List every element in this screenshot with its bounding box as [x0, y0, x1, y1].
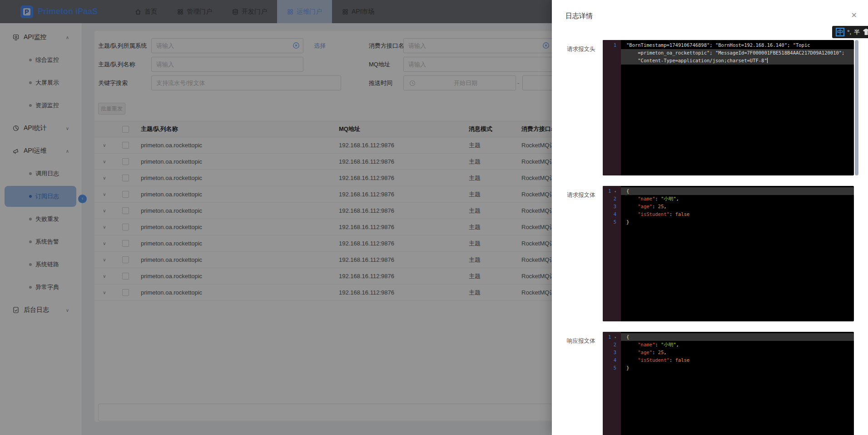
code-line: =primeton_oa_rockettopic"; "MessageId=7F… — [603, 49, 854, 57]
code-line: 4 "isStudent": false — [603, 356, 854, 364]
code-line: 1 ▾{ — [603, 187, 854, 195]
code-token: "age" — [638, 350, 652, 355]
code-token: , — [676, 342, 679, 347]
code-token: false — [675, 357, 690, 363]
line-number: 5 — [603, 218, 616, 226]
code-line: 5} — [603, 364, 854, 372]
app-root: Primeton iPaaS 首页 管理门户 开发门户 运维门户 API市场 — [0, 0, 868, 435]
code-token — [626, 211, 638, 217]
code-token: , — [676, 196, 679, 201]
code-line: 4 "isStudent": false — [603, 210, 854, 218]
ime-status-bar[interactable]: 中 °, 半 — [832, 26, 868, 38]
line-number: 4 — [603, 210, 616, 218]
code-token: : — [652, 204, 658, 209]
line-number: 3 — [603, 203, 616, 210]
section-label: 响应报文体 — [552, 332, 603, 435]
line-number: 1 — [603, 41, 616, 49]
code-token: { — [626, 188, 629, 194]
ime-skin-shirt-icon[interactable] — [863, 29, 868, 35]
code-token: false — [675, 211, 690, 217]
section-request-body: 请求报文体 1 ▾{2 "name": "小明",3 "age": 25,4 "… — [552, 186, 868, 321]
code-token — [626, 342, 638, 347]
ime-chinese-mode-icon[interactable]: 中 — [836, 28, 844, 36]
code-token: } — [626, 219, 629, 225]
fold-caret-icon[interactable]: ▾ — [612, 335, 616, 340]
section-label: 请求报文头 — [552, 40, 603, 175]
code-line: 3 "age": 25, — [603, 349, 854, 356]
line-number: 3 — [603, 349, 616, 356]
section-response-body: 响应报文体 1 ▾{2 "name": "小明",3 "age": 25,4 "… — [552, 332, 868, 435]
code-line: 1"BornTimestamp=1749106746898"; "BornHos… — [603, 41, 854, 49]
line-number: 4 — [603, 356, 616, 364]
section-label: 请求报文体 — [552, 186, 603, 321]
code-token — [626, 357, 638, 363]
line-number: 2 — [603, 195, 616, 203]
code-token: } — [626, 365, 629, 370]
code-token: : — [655, 196, 661, 201]
code-token: "小明" — [661, 342, 676, 347]
ime-halfwidth-icon[interactable]: 半 — [854, 28, 860, 36]
drawer-scrollbar-thumb[interactable] — [855, 40, 858, 175]
code-token: 25 — [658, 350, 664, 355]
code-line: 3 "age": 25, — [603, 203, 854, 210]
ime-punctuation-icon[interactable]: °, — [847, 29, 851, 35]
section-request-header: 请求报文头 1"BornTimestamp=1749106746898"; "B… — [552, 40, 868, 175]
code-token: { — [626, 334, 629, 340]
code-line: 1 ▾{ — [603, 333, 854, 341]
line-number: 2 — [603, 341, 616, 349]
drawer-title: 日志详情 — [565, 12, 593, 20]
code-lines: 1"BornTimestamp=1749106746898"; "BornHos… — [603, 40, 854, 65]
code-line: 2 "name": "小明", — [603, 195, 854, 203]
code-token: =primeton_oa_rockettopic"; "MessageId=7F… — [626, 50, 844, 55]
code-token — [626, 204, 638, 209]
line-number: 1 ▾ — [603, 187, 616, 195]
code-token — [626, 196, 638, 201]
code-editor-response-body[interactable]: 1 ▾{2 "name": "小明",3 "age": 25,4 "isStud… — [603, 332, 854, 435]
code-token: : — [670, 211, 675, 217]
code-token — [626, 350, 638, 355]
code-token: "BornTimestamp=1749106746898"; "BornHost… — [626, 42, 810, 48]
code-editor-request-body[interactable]: 1 ▾{2 "name": "小明",3 "age": 25,4 "isStud… — [603, 186, 854, 321]
code-lines: 1 ▾{2 "name": "小明",3 "age": 25,4 "isStud… — [603, 332, 854, 372]
code-token: "小明" — [661, 196, 676, 201]
code-editor-request-header[interactable]: 1"BornTimestamp=1749106746898"; "BornHos… — [603, 40, 854, 175]
line-number: 1 ▾ — [603, 333, 616, 341]
code-token: , — [664, 350, 666, 355]
code-token: "Content-Type=application/json;charset=U… — [626, 58, 767, 63]
code-lines: 1 ▾{2 "name": "小明",3 "age": 25,4 "isStud… — [603, 186, 854, 226]
code-token: "isStudent" — [638, 211, 670, 217]
code-line: 5} — [603, 218, 854, 226]
code-token: : — [652, 350, 658, 355]
code-token: "name" — [638, 342, 655, 347]
code-token: : — [670, 357, 675, 363]
drawer-body: 请求报文头 1"BornTimestamp=1749106746898"; "B… — [552, 40, 868, 435]
text-cursor — [767, 58, 768, 63]
code-token: "name" — [638, 196, 655, 201]
code-line: 2 "name": "小明", — [603, 341, 854, 349]
code-token: , — [664, 204, 666, 209]
fold-caret-icon[interactable]: ▾ — [612, 190, 616, 194]
code-token: 25 — [658, 204, 664, 209]
close-icon[interactable]: ✕ — [851, 11, 857, 20]
line-number: 5 — [603, 364, 616, 372]
code-line: "Content-Type=application/json;charset=U… — [603, 57, 854, 65]
log-detail-drawer: 日志详情 ✕ 请求报文头 1"BornTimestamp=17491067468… — [552, 0, 868, 435]
code-token: "isStudent" — [638, 357, 670, 363]
code-token: : — [655, 342, 661, 347]
code-token: "age" — [638, 204, 652, 209]
